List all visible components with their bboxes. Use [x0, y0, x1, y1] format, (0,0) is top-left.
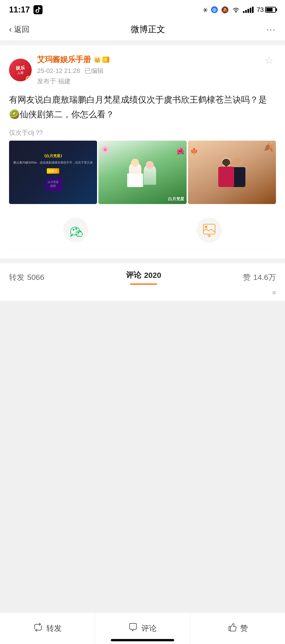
repost-icon — [33, 622, 43, 634]
post-image-3[interactable]: 🍂 🍁 — [188, 140, 276, 204]
stats-bar: 转发 5066 评论 2020 赞 14.6万 — [0, 263, 285, 285]
page-title: 微博正文 — [131, 24, 165, 35]
back-label: 返回 — [14, 24, 29, 35]
comment-count: 2020 — [144, 271, 161, 280]
tiktok-icon — [33, 5, 42, 14]
active-tab-indicator — [130, 284, 157, 285]
more-button[interactable]: ··· — [267, 25, 276, 34]
location-icon: ⊕ — [211, 6, 218, 13]
author-badge: 👑 II — [94, 56, 109, 63]
comment-label: 评论 — [126, 270, 141, 280]
post-datetime: 25-02-12 21:28 — [37, 67, 80, 74]
battery-icon — [265, 7, 276, 13]
image-note: 仅次于clj ?? — [9, 128, 276, 137]
repost-button[interactable]: 转发 — [0, 612, 95, 644]
svg-point-6 — [205, 226, 207, 228]
comment-label: 评论 — [141, 623, 157, 634]
like-label: 赞 — [240, 623, 248, 634]
post-header: 娱乐 人帮 V 艾玛酱娱乐手册 👑 II 25-02-12 21:28 已编辑 — [9, 54, 276, 86]
signal-icon — [243, 6, 254, 13]
bluetooth-icon: ⚹ — [203, 6, 208, 14]
download-button[interactable] — [197, 218, 222, 242]
mute-icon: 🔕 — [221, 6, 229, 14]
like-label: 赞 — [243, 272, 251, 282]
repost-label: 转发 — [46, 623, 62, 634]
svg-point-0 — [235, 11, 237, 12]
comment-icon — [128, 622, 138, 634]
wifi-icon — [232, 6, 240, 13]
status-right: ⚹ ⊕ 🔕 73 — [203, 6, 276, 14]
like-icon — [227, 622, 237, 634]
wechat-icon — [69, 223, 83, 237]
nav-bar: ‹ 返回 微博正文 ··· — [0, 18, 285, 41]
back-button[interactable]: ‹ 返回 — [9, 24, 29, 35]
home-indicator — [111, 639, 174, 641]
battery-container: 73 — [257, 6, 276, 13]
download-image-icon — [202, 223, 216, 237]
repost-count: 5066 — [27, 273, 44, 282]
comments-area — [0, 301, 285, 644]
author-name[interactable]: 艾玛酱娱乐手册 👑 II — [37, 54, 109, 65]
svg-point-1 — [73, 229, 74, 230]
author-info: 娱乐 人帮 V 艾玛酱娱乐手册 👑 II 25-02-12 21:28 已编辑 — [9, 54, 109, 86]
post-image-1[interactable]: 《白月梵星》 酷云集均破3000w，这仙侠剧成绩在倒也不升，仅次于苍兰诀 ⊕ 酷… — [9, 140, 97, 204]
svg-point-3 — [77, 232, 79, 233]
wechat-share-button[interactable] — [63, 218, 88, 242]
author-details: 艾玛酱娱乐手册 👑 II 25-02-12 21:28 已编辑 发布于 福建 — [37, 54, 109, 86]
v-badge: V — [26, 76, 32, 81]
status-bar: 11:17 ⚹ ⊕ 🔕 73 — [0, 0, 285, 18]
sort-button[interactable]: ≡ — [272, 289, 276, 296]
svg-point-2 — [75, 228, 77, 230]
like-count: 14.6万 — [253, 272, 276, 282]
post-meta: 25-02-12 21:28 已编辑 — [37, 66, 109, 75]
comment-stat-tab[interactable]: 评论 2020 — [126, 270, 161, 285]
like-button[interactable]: 赞 — [190, 612, 285, 644]
star-icon[interactable]: ☆ — [265, 54, 276, 66]
image-grid: 《白月梵星》 酷云集均破3000w，这仙侠剧成绩在倒也不升，仅次于苍兰诀 ⊕ 酷… — [9, 140, 276, 204]
post-edited: 已编辑 — [85, 66, 104, 75]
repost-label: 转发 — [9, 272, 24, 282]
post-content-area: 娱乐 人帮 V 艾玛酱娱乐手册 👑 II 25-02-12 21:28 已编辑 — [0, 45, 285, 258]
repost-stat[interactable]: 转发 5066 — [9, 272, 44, 282]
avatar-top: 娱乐 — [16, 65, 25, 71]
svg-rect-5 — [203, 224, 215, 234]
back-chevron-icon: ‹ — [9, 25, 12, 34]
action-buttons — [9, 213, 276, 250]
avatar[interactable]: 娱乐 人帮 V — [9, 59, 32, 81]
battery-percent: 73 — [257, 6, 264, 13]
post-images: 仅次于clj ?? 《白月梵星》 酷云集均破3000w，这仙侠剧成绩在倒也不升，… — [9, 128, 276, 204]
sort-lines-icon: ≡ — [272, 289, 276, 296]
post-location: 发布于 福建 — [37, 77, 109, 86]
status-time: 11:17 — [9, 5, 30, 14]
post-text: 有网友说白鹿敖瑞鹏白月梵星成绩仅次于虞书欣王鹤棣苍兰诀吗？是🥝仙侠剧第二，你怎么… — [9, 92, 276, 122]
level-badge: II — [102, 56, 109, 63]
sort-bar: ≡ — [0, 285, 285, 301]
like-stat[interactable]: 赞 14.6万 — [243, 272, 276, 282]
post-image-2[interactable]: 🌸 🌺 白月梵星 — [98, 140, 186, 204]
